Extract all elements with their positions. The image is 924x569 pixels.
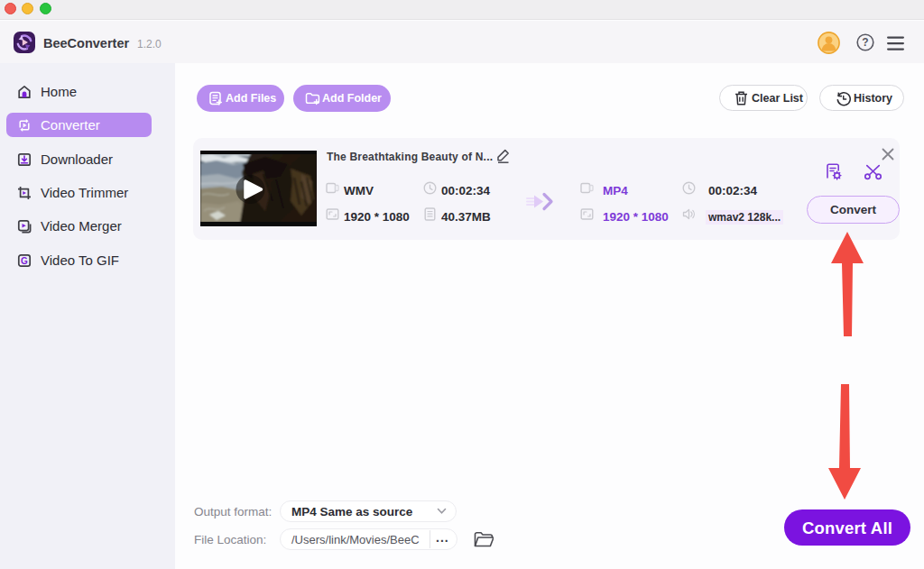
svg-text:?: ? (862, 36, 868, 49)
svg-text:G: G (21, 256, 28, 266)
